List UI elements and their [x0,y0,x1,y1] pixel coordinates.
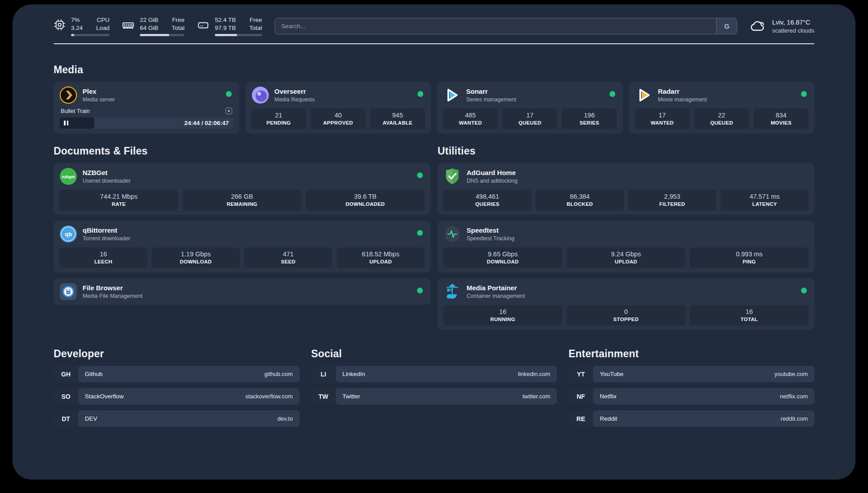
link-name: Reddit [600,415,617,422]
app-card-radarr[interactable]: Radarr Movie management 17 WANTED 22 QUE… [629,82,815,134]
disk-stat-widget: 52.4 TB 97.9 TB Free Total [197,16,262,36]
link-row-linkedin[interactable]: LI LinkedIn linkedin.com [311,366,557,382]
link-name: DEV [85,415,97,422]
app-name: qBittorrent [83,226,130,234]
app-subtitle: Series management [466,96,516,103]
link-url: youtube.com [775,371,808,377]
app-subtitle: Torrent downloader [83,235,130,242]
social-column: Social LI LinkedIn linkedin.com TW Twitt… [311,348,557,405]
link-row-reddit[interactable]: RE Reddit reddit.com [568,410,814,427]
link-url: linkedin.com [518,371,550,377]
overseerr-icon [251,86,269,104]
stat-tile: 21 PENDING [251,109,306,129]
link-row-twitter[interactable]: TW Twitter twitter.com [311,388,557,405]
sonarr-icon [443,86,461,104]
status-badge [417,172,423,178]
link-name: LinkedIn [342,371,365,377]
memory-values: 22 GiB 64 GiB [140,16,158,32]
memory-icon [122,19,134,36]
system-stats: 7% 3.24 CPU Load [54,16,262,36]
filebrowser-icon [59,283,77,301]
section-title-media: Media [54,64,814,76]
link-abbr: SO [54,388,78,405]
status-badge [417,91,423,97]
app-name: Speedtest [467,226,514,234]
link-abbr: LI [311,366,336,382]
app-card-sonarr[interactable]: Sonarr Series management 485 WANTED 17 Q… [437,82,623,134]
status-badge [801,91,807,97]
stat-tile: 16 TOTAL [690,305,809,326]
status-badge [417,288,423,293]
app-card-qbittorrent[interactable]: qb qBittorrent Torrent downloader 16 LEE… [54,221,430,272]
app-card-overseerr[interactable]: Overseerr Media Requests 21 PENDING 40 A… [246,82,431,134]
status-badge [801,288,807,293]
header-divider [54,43,814,44]
app-card-plex[interactable]: Plex Media server Bullet Train 24:44 / 0… [54,82,239,134]
link-name: YouTube [600,371,623,377]
stat-tile: 744.21 Mbps RATE [59,190,178,210]
player-time: 24:44 / 02:06:47 [184,120,234,126]
top-bar: 7% 3.24 CPU Load [54,16,814,36]
link-abbr: YT [568,366,593,382]
speedtest-icon [443,225,461,243]
cpu-values: 7% 3.24 [71,16,83,32]
app-card-adguard[interactable]: AdGuard Home DNS and adblocking 498,461 … [438,163,814,215]
now-playing-detail-icon[interactable] [225,108,232,114]
link-url: reddit.com [780,415,808,422]
link-url: stackoverflow.com [245,393,292,400]
now-playing-title: Bullet Train [61,108,90,114]
stat-tile: 22 QUEUED [694,109,749,129]
stat-tile: 945 AVAILABLE [370,109,425,129]
stat-tile: 834 MOVIES [754,109,809,129]
portainer-icon [443,283,461,301]
svg-text:qb: qb [65,231,72,238]
cpu-chip-icon [54,19,66,36]
link-row-youtube[interactable]: YT YouTube youtube.com [568,366,814,382]
link-row-dev[interactable]: DT DEV dev.to [54,410,300,427]
stat-tile: 471 SEED [244,247,332,268]
app-name: Radarr [658,88,707,95]
dashboard-page: 7% 3.24 CPU Load [13,4,855,480]
link-abbr: NF [568,388,593,405]
status-badge [609,91,615,97]
link-abbr: GH [54,366,78,382]
app-card-nzbget[interactable]: nzbget NZBGet Usenet downloader 744.21 M… [54,163,430,215]
stat-tile: 498,461 QUERIES [443,190,531,210]
stat-tile: 86,384 BLOCKED [536,190,624,210]
player-progress-bar[interactable]: 24:44 / 02:06:47 [59,117,234,129]
search-input[interactable] [275,18,717,34]
link-row-stackoverflow[interactable]: SO StackOverflow stackoverflow.com [54,388,300,405]
cpu-stat-widget: 7% 3.24 CPU Load [54,16,109,36]
app-subtitle: Container management [467,293,525,299]
pause-button[interactable] [64,121,68,125]
stat-tile: 196 SERIES [562,109,617,129]
section-title-social: Social [311,348,557,360]
developer-column: Developer GH Github github.com SO StackO… [54,348,300,427]
memory-progress-bar [140,34,184,36]
search-engine-button[interactable]: G [716,18,737,34]
link-name: Netflix [600,393,617,400]
cpu-progress-bar [71,34,109,36]
link-row-github[interactable]: GH Github github.com [54,366,300,382]
utilities-column: Utilities AdGuard Home [438,145,814,330]
section-title-utilities: Utilities [438,145,814,157]
link-row-netflix[interactable]: NF Netflix netflix.com [568,388,814,405]
app-name: AdGuard Home [467,169,517,176]
weather-widget: Lviv, 16.87°C scattered clouds [750,18,814,34]
link-url: dev.to [277,415,292,422]
plex-icon [59,86,77,104]
section-title-documents: Documents & Files [54,145,430,157]
link-abbr: TW [311,388,336,405]
stat-tile: 39.6 TB DOWNLOADED [306,190,425,210]
stat-tile: 9.24 Gbps UPLOAD [567,247,685,268]
adguard-icon [443,167,461,185]
qbittorrent-icon: qb [59,225,77,243]
stat-tile: 47.571 ms LATENCY [721,190,809,210]
app-card-filebrowser[interactable]: File Browser Media File Management [54,278,430,305]
cloud-icon [750,18,766,34]
app-subtitle: Speedtest Tracking [467,235,514,242]
app-card-speedtest[interactable]: Speedtest Speedtest Tracking 9.65 Gbps D… [438,221,814,272]
app-card-portainer[interactable]: Media Portainer Container management 16 … [438,278,814,330]
stat-tile: 17 QUEUED [502,109,557,129]
stat-tile: 40 APPROVED [311,109,366,129]
